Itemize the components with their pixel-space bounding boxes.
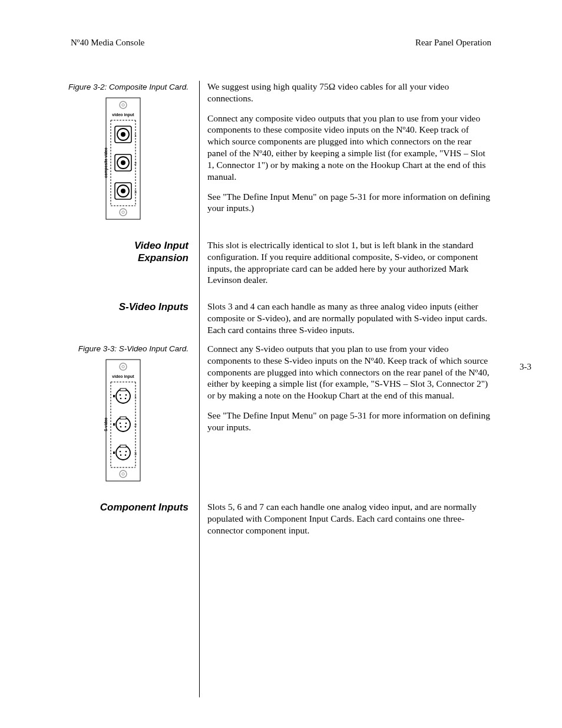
svg-point-48 bbox=[116, 446, 130, 460]
svg-point-25 bbox=[122, 365, 124, 368]
svg-point-21 bbox=[120, 209, 127, 216]
svg-point-51 bbox=[125, 451, 127, 453]
svg-text:video input: video input bbox=[112, 113, 134, 117]
figure-3-3-caption: Figure 3-3: S-Video Input Card. bbox=[0, 344, 189, 353]
svg-point-35 bbox=[125, 394, 127, 396]
svg-text:composite video: composite video bbox=[104, 147, 108, 177]
svg-text:3: 3 bbox=[134, 452, 137, 456]
svideo-p2: Connect any S-video outputs that you pla… bbox=[207, 343, 492, 401]
svideo-p3: See "The Define Input Menu" on page 5-31… bbox=[207, 410, 492, 433]
component-block: Slots 5, 6 and 7 can each handle one ana… bbox=[207, 501, 492, 536]
page-number: 3-3 bbox=[520, 362, 531, 372]
svg-point-19 bbox=[121, 189, 125, 193]
svg-point-56 bbox=[120, 470, 127, 477]
svg-point-37 bbox=[125, 398, 127, 400]
intro-p2: Connect any composite video outputs that… bbox=[207, 113, 492, 183]
svg-point-52 bbox=[120, 454, 122, 456]
header-right: Rear Panel Operation bbox=[415, 38, 491, 48]
svg-text:2: 2 bbox=[134, 162, 137, 166]
svg-point-40 bbox=[116, 417, 130, 431]
svg-point-24 bbox=[120, 363, 127, 370]
svg-rect-49 bbox=[120, 445, 126, 447]
svg-text:3: 3 bbox=[134, 190, 137, 194]
component-p1: Slots 5, 6 and 7 can each handle one ana… bbox=[207, 501, 492, 536]
intro-p3: See "The Define Input Menu" on page 5-31… bbox=[207, 191, 492, 215]
svg-rect-46 bbox=[113, 423, 115, 426]
svg-point-57 bbox=[122, 473, 124, 475]
intro-p1: We suggest using high quality 75Ω video … bbox=[207, 81, 492, 104]
svg-point-22 bbox=[122, 211, 124, 213]
svideo-block-2: Connect any S-video outputs that you pla… bbox=[207, 343, 492, 433]
svideo-p1: Slots 3 and 4 can each handle as many as… bbox=[207, 301, 492, 335]
svg-point-32 bbox=[116, 389, 130, 403]
svg-point-36 bbox=[120, 398, 122, 400]
svg-point-34 bbox=[120, 394, 121, 396]
svg-rect-38 bbox=[113, 395, 115, 397]
svg-rect-33 bbox=[120, 388, 126, 391]
intro-block: We suggest using high quality 75Ω video … bbox=[207, 81, 492, 214]
header-left: Nº40 Media Console bbox=[71, 38, 144, 48]
svg-point-1 bbox=[120, 101, 127, 108]
svg-rect-41 bbox=[120, 417, 126, 419]
svideo-block-1: Slots 3 and 4 can each handle as many as… bbox=[207, 301, 492, 335]
svg-point-2 bbox=[122, 104, 124, 106]
svg-text:S-video: S-video bbox=[104, 417, 108, 431]
svg-point-15 bbox=[121, 160, 125, 165]
svg-text:1: 1 bbox=[134, 133, 137, 137]
svg-point-44 bbox=[120, 426, 122, 428]
figure-3-3-image: video input S-video 1 bbox=[101, 358, 145, 482]
column-divider bbox=[199, 81, 200, 697]
heading-component-inputs: Component Inputs bbox=[0, 501, 189, 513]
svg-point-50 bbox=[120, 451, 121, 453]
figure-3-2-image: video input composite video 1 2 bbox=[101, 97, 145, 220]
svg-point-43 bbox=[125, 423, 127, 424]
heading-video-input-expansion: Video Input Expansion bbox=[0, 239, 189, 265]
figure-3-2-caption: Figure 3-2: Composite Input Card. bbox=[0, 83, 189, 91]
svg-point-45 bbox=[125, 426, 127, 428]
heading-svideo-inputs: S-Video Inputs bbox=[0, 301, 189, 313]
svg-rect-54 bbox=[113, 452, 115, 454]
svg-point-11 bbox=[121, 132, 125, 137]
svg-point-53 bbox=[125, 454, 127, 456]
svg-text:video input: video input bbox=[112, 374, 134, 379]
svg-point-42 bbox=[120, 423, 121, 424]
svg-text:1: 1 bbox=[134, 395, 137, 399]
svg-text:2: 2 bbox=[134, 423, 137, 427]
video-input-expansion-block: This slot is electrically identical to s… bbox=[207, 239, 492, 286]
video-input-expansion-p1: This slot is electrically identical to s… bbox=[207, 239, 492, 286]
